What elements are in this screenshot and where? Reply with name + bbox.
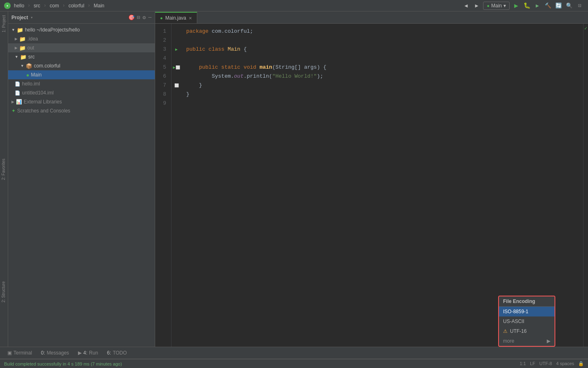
- tree-label-out: out: [27, 45, 34, 51]
- tab-label-main: Main.java: [165, 15, 186, 21]
- line-num-6: 6: [155, 72, 169, 81]
- run-config-selector[interactable]: ● Main ▾: [483, 2, 510, 10]
- collapse-all-icon[interactable]: ⊟: [137, 14, 140, 21]
- scratches-icon: ✦: [11, 108, 16, 114]
- param-args: args: [304, 63, 317, 72]
- tree-label-hello: hello ~/IdeaProjects/hello: [25, 27, 80, 33]
- line-num-1: 1: [155, 27, 169, 36]
- title-bar: ✦ hello › src › com › colorful › Main ◀ …: [0, 0, 588, 11]
- line-num-7: 7: [155, 81, 169, 90]
- keyword-static: static: [221, 63, 244, 72]
- folder-icon-idea: 📁: [19, 36, 26, 42]
- locate-file-icon[interactable]: 🎯: [128, 14, 135, 21]
- tree-item-untitled-iml[interactable]: 📄 untitled104.iml: [8, 88, 155, 97]
- editor-gutter: ▶ ▶ ⬜ ⬜: [172, 24, 181, 347]
- run-tab[interactable]: ▶ 4: Run: [74, 347, 102, 359]
- line-num-9: 9: [155, 99, 169, 108]
- tree-label-scratches: Scratches and Consoles: [17, 108, 70, 114]
- gutter-row-3[interactable]: ▶: [172, 45, 181, 54]
- minimize-icon[interactable]: —: [148, 14, 151, 21]
- encoding-label-ascii: US-ASCII: [503, 319, 524, 324]
- encoding-popup: File Encoding ISO-8859-1 US-ASCII ⚠ UTF-…: [498, 296, 555, 347]
- todo-num: 6:: [107, 350, 111, 356]
- project-panel-title: Project: [11, 15, 28, 20]
- search-everywhere-button[interactable]: 🔍: [565, 2, 573, 10]
- tree-label-com-colorful: com.colorful: [34, 63, 60, 69]
- breadcrumb-sep-1: ›: [27, 3, 30, 9]
- run-button[interactable]: ▶: [512, 2, 520, 10]
- tree-item-scratches[interactable]: ✦ Scratches and Consoles: [8, 106, 155, 115]
- tree-label-main: Main: [31, 72, 42, 78]
- tab-close-main[interactable]: ✕: [189, 16, 192, 20]
- tree-item-out[interactable]: ▶ 📁 out: [8, 43, 155, 52]
- build-status: Build completed successfully in 4 s 189 …: [4, 361, 122, 366]
- messages-tab[interactable]: 0: Messages: [37, 347, 73, 359]
- favorites-button[interactable]: 2: Favorites: [0, 157, 7, 182]
- settings-icon[interactable]: ⚙: [143, 14, 146, 21]
- line-num-4: 4: [155, 54, 169, 63]
- tab-main-java[interactable]: ● Main.java ✕: [155, 12, 197, 23]
- tree-item-main[interactable]: ● Main: [8, 70, 155, 79]
- indent-5: [186, 63, 199, 72]
- back-button[interactable]: ◀: [462, 2, 470, 10]
- structure-button[interactable]: 2: Structure: [0, 280, 7, 304]
- gutter-row-9: [172, 99, 181, 108]
- expand-button[interactable]: ⊡: [576, 2, 584, 10]
- line-num-3: 3: [155, 45, 169, 54]
- run-gutter-3[interactable]: ▶: [175, 47, 178, 52]
- paren-close: ) {: [317, 63, 326, 72]
- breadcrumb-colorful: colorful: [69, 3, 85, 9]
- brace-close-method: }: [199, 81, 202, 90]
- indent-7: [186, 81, 199, 90]
- forward-button[interactable]: ▶: [472, 2, 481, 10]
- encoding-option-iso[interactable]: ISO-8859-1: [499, 307, 555, 316]
- structure-strip[interactable]: 2: Structure: [0, 278, 8, 306]
- encoding-more[interactable]: more ▶: [499, 336, 555, 346]
- gutter-row-5[interactable]: ▶ ⬜: [172, 63, 181, 72]
- encoding-option-utf16[interactable]: ⚠ UTF-16: [499, 326, 555, 336]
- tree-item-external-libs[interactable]: ▶ 📊 External Libraries: [8, 97, 155, 106]
- line-num-2: 2: [155, 36, 169, 45]
- tree-item-com-colorful[interactable]: ▼ 📦 com.colorful: [8, 61, 155, 70]
- right-gutter: ✓: [583, 24, 588, 347]
- status-right: 1:1 LF UTF-8 4 spaces 🔒: [520, 361, 584, 366]
- more-label: more: [503, 338, 514, 344]
- line-ending[interactable]: LF: [530, 361, 535, 366]
- stmt-close: );: [317, 72, 323, 81]
- param-string: String[]: [275, 63, 304, 72]
- terminal-tab[interactable]: ▣ Terminal: [3, 347, 36, 359]
- cursor-position[interactable]: 1:1: [520, 361, 526, 366]
- project-tree: ▼ 📁 hello ~/IdeaProjects/hello ▶ 📁 .idea…: [8, 24, 155, 347]
- gutter-row-1: [172, 27, 181, 36]
- tree-item-idea[interactable]: ▶ 📁 .idea: [8, 34, 155, 43]
- encoding-status[interactable]: UTF-8: [539, 361, 552, 366]
- todo-tab[interactable]: 6: TODO: [103, 347, 131, 359]
- code-line-6: System. out .println( "Hello World!" );: [186, 72, 583, 81]
- project-tool-button[interactable]: 1: Project: [1, 13, 7, 34]
- coverage-button[interactable]: ▶: [533, 2, 541, 10]
- terminal-icon: ▣: [7, 350, 12, 356]
- run-label: Run: [89, 350, 98, 356]
- indent-status[interactable]: 4 spaces: [556, 361, 574, 366]
- breadcrumb-com: com: [50, 3, 59, 9]
- keyword-package: package: [186, 27, 212, 36]
- debug-button[interactable]: 🐛: [523, 2, 531, 10]
- favorites-strip[interactable]: 2: Favorites: [0, 155, 8, 183]
- folder-icon-out: 📁: [19, 45, 26, 51]
- breadcrumb-sep-3: ›: [62, 3, 65, 9]
- encoding-option-ascii[interactable]: US-ASCII: [499, 316, 555, 326]
- build-button[interactable]: 🔨: [544, 2, 552, 10]
- expand-arrow-src: ▼: [15, 55, 18, 59]
- brace-open-class: {: [243, 45, 247, 54]
- project-header-icons: 🎯 ⊟ ⚙ —: [128, 14, 151, 21]
- tree-item-hello-iml[interactable]: 📄 hello.iml: [8, 79, 155, 88]
- sync-button[interactable]: 🔄: [555, 2, 563, 10]
- tree-item-hello[interactable]: ▼ 📁 hello ~/IdeaProjects/hello: [8, 25, 155, 34]
- println-call: .println(: [243, 72, 272, 81]
- tab-icon-main: ●: [160, 16, 163, 20]
- package-name: com.colorful;: [212, 27, 253, 36]
- project-title-dropdown[interactable]: ▾: [31, 15, 33, 20]
- method-name-main: main: [259, 63, 272, 72]
- tree-item-src[interactable]: ▼ 📁 src: [8, 52, 155, 61]
- error-indicator-top: ✓: [584, 24, 588, 33]
